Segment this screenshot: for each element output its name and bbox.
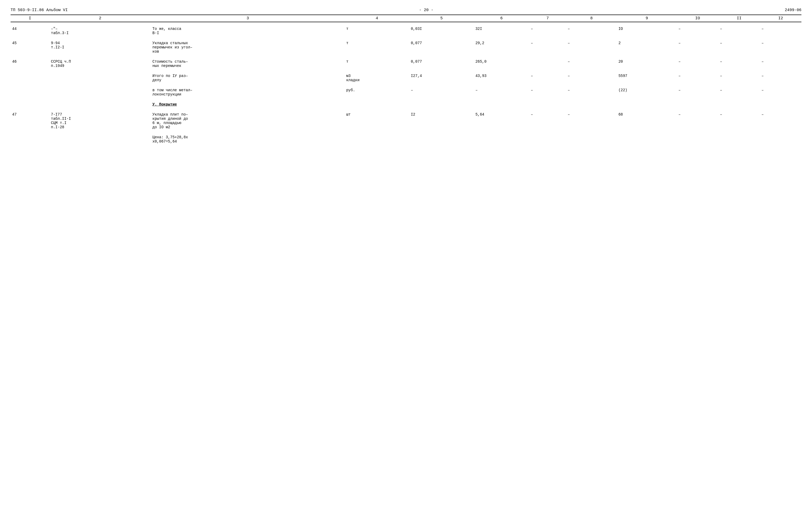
cell-row-section-v-col6: [474, 101, 529, 108]
cell-row-metal-col12: –: [760, 87, 801, 98]
row-spacer: [11, 22, 801, 26]
col-header-4: 4: [345, 15, 409, 22]
row-spacer: [11, 108, 801, 111]
col-header-11: II: [719, 15, 760, 22]
section-title-v: У. Покрытие: [153, 102, 177, 106]
cell-row-46-col2: ССРСЦ ч.П п.1949: [49, 58, 151, 69]
cell-row-section-v-col5: [409, 101, 474, 108]
cell-row-44-col9: IO: [617, 26, 677, 36]
cell-row-section-v-col2: [49, 101, 151, 108]
cell-row-47-note-col11: [719, 134, 760, 145]
cell-row-itogo-col10: –: [677, 73, 719, 83]
cell-row-44-col11: –: [719, 26, 760, 36]
cell-row-47-note-col12: [760, 134, 801, 145]
cell-row-46-col4: т: [345, 58, 409, 69]
cell-row-44-col8: –: [566, 26, 617, 36]
cell-row-45-col3: Укладка стальных перемычек из угол– ков: [151, 40, 345, 55]
cell-row-metal-col9: (22): [617, 87, 677, 98]
cell-row-section-v-col10: [677, 101, 719, 108]
cell-row-47-col9: 68: [617, 111, 677, 130]
row-spacer: [11, 55, 801, 58]
cell-row-section-v-col1: [11, 101, 49, 108]
cell-row-47-note-col10: [677, 134, 719, 145]
cell-row-46-col12: –: [760, 58, 801, 69]
cell-row-45-col10: –: [677, 40, 719, 55]
col-header-3: 3: [151, 15, 345, 22]
cell-row-45-col6: 29,2: [474, 40, 529, 55]
cell-row-section-v-col8: [566, 101, 617, 108]
cell-row-46-col6: 265,0: [474, 58, 529, 69]
cell-row-itogo-col3: Итого по IУ раз– делу: [151, 73, 345, 83]
table-row: 459-94 т.I2-IУкладка стальных перемычек …: [11, 40, 801, 55]
cell-row-itogo-col5: I27,4: [409, 73, 474, 83]
cell-row-section-v-col12: [760, 101, 801, 108]
cell-row-metal-col6: –: [474, 87, 529, 98]
cell-row-metal-col1: [11, 87, 49, 98]
cell-row-metal-col11: –: [719, 87, 760, 98]
table-row: Цена: 3,75+28,8х х0,067=5,64: [11, 134, 801, 145]
table-row: 44–"– табл.3-IТо же, класса В-Iт0,03I32I…: [11, 26, 801, 36]
cell-row-47-col7: –: [529, 111, 566, 130]
cell-row-44-col7: –: [529, 26, 566, 36]
cell-row-46-col10: –: [677, 58, 719, 69]
cell-row-44-col6: 32I: [474, 26, 529, 36]
cell-row-46-col8: –: [566, 58, 617, 69]
column-header-row: I 2 3 4 5 6 7 8 9 IO II I2: [11, 15, 801, 22]
cell-row-itogo-col11: –: [719, 73, 760, 83]
row-spacer: [11, 83, 801, 87]
cell-row-47-note-col8: [566, 134, 617, 145]
cell-row-itogo-col4: м3 кладки: [345, 73, 409, 83]
cell-row-47-note-col4: [345, 134, 409, 145]
row-spacer: [11, 36, 801, 40]
cell-row-section-v-col7: [529, 101, 566, 108]
cell-row-metal-col8: –: [566, 87, 617, 98]
cell-row-section-v-col3: У. Покрытие: [151, 101, 345, 108]
cell-row-45-col5: 0,077: [409, 40, 474, 55]
cell-row-47-col2: 7-I77 табл.II-I СЦМ т.I п.I-28: [49, 111, 151, 130]
table-row: У. Покрытие: [11, 101, 801, 108]
table-row: 477-I77 табл.II-I СЦМ т.I п.I-28Укладка …: [11, 111, 801, 130]
col-header-12: I2: [760, 15, 801, 22]
cell-row-46-col7: [529, 58, 566, 69]
page-header: ТП 503-9-II.86 Альбом VI - 20 - 2499-06: [11, 8, 801, 12]
cell-row-46-col5: 0,077: [409, 58, 474, 69]
cell-row-47-col5: I2: [409, 111, 474, 130]
cell-row-section-v-col11: [719, 101, 760, 108]
col-header-1: I: [11, 15, 49, 22]
cell-row-45-col1: 45: [11, 40, 49, 55]
cell-row-45-col7: –: [529, 40, 566, 55]
cell-row-47-col11: –: [719, 111, 760, 130]
cell-row-47-note-col3: Цена: 3,75+28,8х х0,067=5,64: [151, 134, 345, 145]
cell-row-itogo-col6: 43,93: [474, 73, 529, 83]
cell-row-metal-col2: [49, 87, 151, 98]
cell-row-46-col9: 20: [617, 58, 677, 69]
cell-row-45-col11: –: [719, 40, 760, 55]
cell-row-itogo-col12: –: [760, 73, 801, 83]
cell-row-44-col10: –: [677, 26, 719, 36]
row-spacer: [11, 98, 801, 101]
row-spacer: [11, 69, 801, 73]
col-header-9: 9: [617, 15, 677, 22]
cell-row-44-col12: –: [760, 26, 801, 36]
cell-row-47-note-col1: [11, 134, 49, 145]
cell-row-46-col3: Стоимость сталь– ных перемычек: [151, 58, 345, 69]
cell-row-47-note-col9: [617, 134, 677, 145]
table-row: Итого по IУ раз– делум3 кладкиI27,443,93…: [11, 73, 801, 83]
cell-row-45-col8: –: [566, 40, 617, 55]
cell-row-44-col3: То же, класса В-I: [151, 26, 345, 36]
main-table: I 2 3 4 5 6 7 8 9 IO II I2 44–"– табл.3-…: [11, 15, 801, 145]
cell-row-metal-col10: –: [677, 87, 719, 98]
cell-row-47-col12: –: [760, 111, 801, 130]
cell-row-44-col2: –"– табл.3-I: [49, 26, 151, 36]
cell-row-47-note-col5: [409, 134, 474, 145]
col-header-5: 5: [409, 15, 474, 22]
cell-row-44-col1: 44: [11, 26, 49, 36]
col-header-6: 6: [474, 15, 529, 22]
cell-row-47-col3: Укладка плит по– крытия длиной до 6 м, п…: [151, 111, 345, 130]
cell-row-itogo-col9: 5597: [617, 73, 677, 83]
cell-row-section-v-col4: [345, 101, 409, 108]
cell-row-44-col4: т: [345, 26, 409, 36]
table-row: 46ССРСЦ ч.П п.1949Стоимость сталь– ных п…: [11, 58, 801, 69]
cell-row-itogo-col1: [11, 73, 49, 83]
table-row: в том числе метал– локонструкциируб.––––…: [11, 87, 801, 98]
